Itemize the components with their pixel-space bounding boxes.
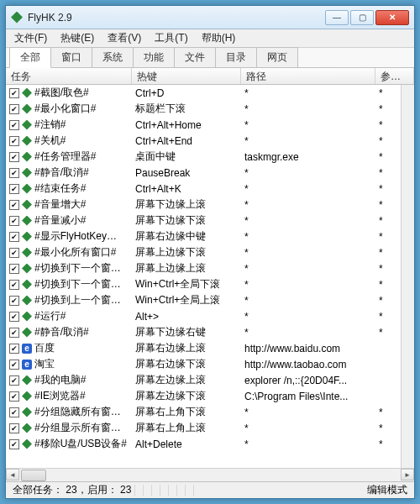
horizontal-scrollbar[interactable]: ◄ ► (6, 468, 414, 481)
col-header-hotkey[interactable]: 热键 (132, 68, 241, 84)
table-row[interactable]: ✔#切换到下一个窗…屏幕上边缘上滚** (6, 260, 414, 276)
row-checkbox[interactable]: ✔ (9, 168, 19, 178)
col-header-param[interactable]: 参… (375, 68, 414, 84)
table-row[interactable]: ✔#静音/取消#屏幕下边缘右键** (6, 324, 414, 340)
row-checkbox[interactable]: ✔ (9, 136, 19, 146)
task-name: #关机# (34, 134, 129, 148)
task-name: 淘宝 (34, 357, 129, 371)
hscroll-track[interactable] (19, 469, 401, 481)
row-checkbox[interactable]: ✔ (9, 407, 19, 417)
task-name: #切换到下一个窗… (34, 261, 129, 276)
row-checkbox[interactable]: ✔ (9, 423, 19, 433)
menu-view[interactable]: 查看(V) (102, 29, 146, 47)
tab-function[interactable]: 功能 (133, 47, 175, 67)
table-row[interactable]: ✔#运行#Alt+>** (6, 308, 414, 324)
table-row[interactable]: ✔#IE浏览器#屏幕左边缘下滚C:\Program Files\Inte... (6, 388, 414, 404)
table-row[interactable]: ✔百度屏幕右边缘上滚http://www.baidu.com (6, 340, 414, 356)
path-cell: * (241, 103, 375, 115)
vertical-scrollbar[interactable] (401, 85, 414, 468)
window-title: FlyHK 2.9 (28, 12, 325, 24)
ie-icon (22, 344, 32, 354)
row-checkbox[interactable]: ✔ (9, 232, 19, 242)
table-row[interactable]: ✔#切换到下一个窗…Win+Ctrl+全局下滚** (6, 276, 414, 292)
tab-bar: 全部 窗口 系统 功能 文件 目录 网页 (6, 48, 414, 68)
table-row[interactable]: ✔#关机#Ctrl+Alt+End** (6, 133, 414, 149)
maximize-button[interactable]: ▢ (350, 10, 374, 25)
table-row[interactable]: ✔#音量增大#屏幕下边缘上滚** (6, 197, 414, 213)
row-checkbox[interactable]: ✔ (9, 104, 19, 114)
menu-tools[interactable]: 工具(T) (150, 29, 192, 47)
path-cell: * (241, 167, 375, 179)
hotkey-cell: Ctrl+Alt+Home (132, 119, 241, 131)
row-checkbox[interactable]: ✔ (9, 200, 19, 210)
menu-file[interactable]: 文件(F) (9, 29, 52, 47)
row-checkbox[interactable]: ✔ (9, 360, 19, 370)
row-checkbox[interactable]: ✔ (9, 328, 19, 338)
hotkey-cell: 屏幕上边缘下滚 (132, 245, 241, 260)
hotkey-cell: 屏幕右上角下滚 (132, 405, 241, 419)
task-name: #任务管理器# (34, 150, 129, 164)
row-checkbox[interactable]: ✔ (9, 344, 19, 354)
path-cell: http://www.taobao.com (241, 359, 375, 370)
table-row[interactable]: ✔#切换到上一个窗…Win+Ctrl+全局上滚** (6, 292, 414, 308)
table-row[interactable]: ✔#静音/取消#PauseBreak** (6, 165, 414, 181)
path-cell: * (241, 199, 375, 211)
task-name: #我的电脑# (34, 373, 129, 387)
row-checkbox[interactable]: ✔ (9, 391, 19, 402)
hotkey-cell: Alt+> (132, 311, 241, 323)
hotkey-cell: 标题栏下滚 (132, 102, 241, 116)
table-row[interactable]: ✔#显示FlyHotKey…屏幕右边缘中键** (6, 228, 414, 244)
row-checkbox[interactable]: ✔ (9, 280, 19, 290)
row-checkbox[interactable]: ✔ (9, 375, 19, 386)
tab-dir[interactable]: 目录 (215, 47, 257, 67)
task-name: #运行# (34, 309, 129, 323)
table-row[interactable]: ✔#任务管理器#桌面中键taskmgr.exe* (6, 149, 414, 165)
close-button[interactable]: ✕ (375, 10, 409, 25)
hscroll-thumb[interactable] (21, 470, 46, 481)
menubar: 文件(F) 热键(E) 查看(V) 工具(T) 帮助(H) (6, 29, 414, 48)
row-checkbox[interactable]: ✔ (9, 120, 19, 130)
row-checkbox[interactable]: ✔ (9, 264, 19, 274)
table-row[interactable]: ✔#结束任务#Ctrl+Alt+K** (6, 181, 414, 197)
row-checkbox[interactable]: ✔ (9, 312, 19, 322)
hotkey-cell: Ctrl+Alt+K (132, 183, 241, 195)
row-checkbox[interactable]: ✔ (9, 296, 19, 306)
table-row[interactable]: ✔#注销#Ctrl+Alt+Home** (6, 117, 414, 133)
hotkey-icon (22, 216, 32, 226)
col-header-task[interactable]: 任务 (6, 68, 132, 84)
row-checkbox[interactable]: ✔ (9, 439, 19, 449)
task-name: #最小化所有窗口# (34, 245, 129, 260)
row-checkbox[interactable]: ✔ (9, 152, 19, 162)
tab-web[interactable]: 网页 (256, 47, 298, 67)
table-row[interactable]: ✔#分组隐藏所有窗…屏幕右上角下滚** (6, 404, 414, 420)
col-header-path[interactable]: 路径 (241, 68, 375, 84)
hotkey-cell: Ctrl+D (132, 87, 241, 99)
path-cell: explorer /n,::{20D04F... (241, 375, 375, 386)
row-checkbox[interactable]: ✔ (9, 248, 19, 258)
table-row[interactable]: ✔#最小化窗口#标题栏下滚** (6, 101, 414, 117)
table-row[interactable]: ✔#移除U盘/USB设备#Alt+Delete** (6, 436, 414, 452)
row-checkbox[interactable]: ✔ (9, 88, 19, 98)
task-name: #静音/取消# (34, 325, 129, 339)
table-row[interactable]: ✔#我的电脑#屏幕左边缘上滚explorer /n,::{20D04F... (6, 372, 414, 388)
tab-file[interactable]: 文件 (174, 47, 216, 67)
table-row[interactable]: ✔淘宝屏幕右边缘下滚http://www.taobao.com (6, 356, 414, 372)
hotkey-icon (22, 328, 32, 338)
table-row[interactable]: ✔#分组显示所有窗…屏幕右上角上滚** (6, 420, 414, 436)
hotkey-icon (22, 104, 32, 114)
hscroll-right[interactable]: ► (401, 469, 414, 480)
menu-hotkey[interactable]: 热键(E) (55, 29, 99, 47)
titlebar[interactable]: FlyHK 2.9 — ▢ ✕ (6, 6, 414, 29)
hscroll-left[interactable]: ◄ (6, 469, 19, 480)
table-row[interactable]: ✔#最小化所有窗口#屏幕上边缘下滚** (6, 244, 414, 260)
table-row[interactable]: ✔#截图/取色#Ctrl+D** (6, 85, 414, 101)
tab-all[interactable]: 全部 (9, 47, 51, 68)
tab-window[interactable]: 窗口 (50, 47, 92, 67)
menu-help[interactable]: 帮助(H) (197, 29, 241, 47)
minimize-button[interactable]: — (325, 10, 349, 25)
row-checkbox[interactable]: ✔ (9, 184, 19, 194)
table-row[interactable]: ✔#音量减小#屏幕下边缘下滚** (6, 213, 414, 228)
row-checkbox[interactable]: ✔ (9, 216, 19, 226)
task-name: #最小化窗口# (34, 102, 129, 116)
tab-system[interactable]: 系统 (92, 47, 134, 67)
